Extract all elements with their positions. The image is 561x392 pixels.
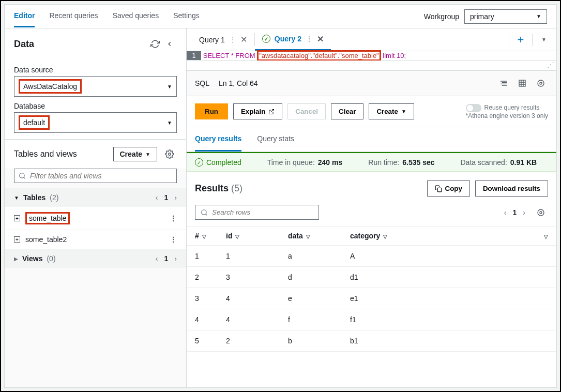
- check-icon: ✓: [262, 35, 270, 43]
- table-row[interactable]: 52bb1: [187, 330, 556, 352]
- kebab-icon[interactable]: ⋮: [170, 235, 177, 244]
- svg-point-3: [540, 82, 542, 84]
- search-icon: [19, 172, 26, 179]
- close-icon[interactable]: ✕: [240, 35, 247, 44]
- gear-icon[interactable]: [534, 76, 548, 91]
- run-button[interactable]: Run: [195, 103, 228, 119]
- svg-point-0: [169, 153, 171, 156]
- database-label: Database: [14, 102, 177, 110]
- query-tab-2[interactable]: ✓ Query 2 ⋮ ✕: [255, 28, 331, 51]
- create-button[interactable]: Create ▼: [113, 147, 158, 161]
- workgroup-label: Workgroup: [424, 12, 459, 21]
- top-nav: Editor Recent queries Saved queries Sett…: [5, 5, 556, 28]
- tab-query-results[interactable]: Query results: [195, 127, 241, 152]
- datasource-select[interactable]: AwsDataCatalog ▼: [14, 76, 177, 97]
- search-icon: [201, 209, 208, 216]
- table-name: some_table2: [25, 235, 164, 244]
- tab-query-stats[interactable]: Query stats: [257, 127, 294, 152]
- grid-icon[interactable]: [515, 76, 529, 91]
- prev-icon[interactable]: ‹: [156, 193, 158, 202]
- svg-rect-5: [437, 188, 442, 192]
- views-header[interactable]: ▶ Views (0) ‹ 1 ›: [5, 249, 186, 268]
- next-icon[interactable]: ›: [174, 254, 177, 263]
- query-tabs: Query 1 ⋮ ✕ ✓ Query 2 ⋮ ✕ + ▼: [187, 28, 556, 51]
- next-icon[interactable]: ›: [174, 193, 177, 202]
- filter-input[interactable]: [14, 169, 177, 183]
- collapse-icon[interactable]: [162, 37, 177, 51]
- results-title: Results: [195, 183, 229, 193]
- action-bar: Run Explain Cancel Clear Create▼ Reuse q…: [187, 96, 556, 127]
- gear-icon[interactable]: [534, 205, 548, 220]
- svg-point-8: [538, 209, 544, 216]
- expand-icon[interactable]: +: [14, 236, 20, 243]
- tables-views-title: Tables and views: [14, 149, 77, 159]
- tables-header[interactable]: ▼ Tables (2) ‹ 1 ›: [5, 188, 186, 207]
- table-row[interactable]: 34ee1: [187, 288, 556, 309]
- format-icon[interactable]: [496, 76, 511, 91]
- svg-point-6: [202, 209, 206, 214]
- database-select[interactable]: default ▼: [14, 112, 177, 133]
- table-row[interactable]: + some_table ⋮: [5, 207, 186, 230]
- tab-settings[interactable]: Settings: [173, 5, 200, 27]
- lang-label: SQL: [195, 79, 209, 87]
- table-row[interactable]: 44ff1: [187, 309, 556, 330]
- cursor-pos: Ln 1, Col 64: [219, 79, 258, 87]
- svg-point-7: [540, 212, 542, 214]
- datasource-label: Data source: [14, 66, 177, 74]
- results-table: #▽id▽data▽category▽▽ 11aA23dd134ee144ff1…: [187, 226, 556, 352]
- refresh-icon[interactable]: [148, 37, 162, 51]
- next-icon[interactable]: ›: [523, 208, 525, 217]
- chevron-down-icon: ▼: [167, 120, 172, 126]
- svg-point-4: [538, 80, 544, 86]
- column-header[interactable]: category▽: [342, 227, 491, 246]
- chevron-down-icon[interactable]: ▼: [537, 33, 551, 47]
- code-editor[interactable]: 1 SELECT * FROM "awsdatacatalog"."defaul…: [187, 51, 556, 61]
- chevron-right-icon: ▶: [14, 256, 18, 262]
- tab-editor[interactable]: Editor: [14, 5, 35, 27]
- create-query-button[interactable]: Create▼: [369, 103, 414, 119]
- data-sidebar: Data Data source AwsDataCatalog ▼ Databa…: [5, 28, 187, 387]
- chevron-down-icon: ▼: [167, 84, 172, 89]
- sidebar-title: Data: [14, 39, 34, 50]
- reuse-note: *Athena engine version 3 only: [466, 112, 548, 119]
- column-header[interactable]: data▽: [280, 227, 342, 246]
- database-value: default: [19, 115, 50, 130]
- copy-button[interactable]: Copy: [427, 180, 470, 197]
- line-number: 1: [187, 51, 201, 60]
- column-header[interactable]: #▽: [187, 227, 218, 246]
- chevron-down-icon: ▼: [145, 152, 150, 157]
- reuse-label: Reuse query results: [484, 104, 540, 111]
- datasource-value: AwsDataCatalog: [19, 79, 82, 94]
- workgroup-value: primary: [470, 12, 494, 21]
- prev-icon[interactable]: ‹: [504, 208, 507, 217]
- tab-recent-queries[interactable]: Recent queries: [49, 5, 98, 27]
- table-row[interactable]: + some_table2 ⋮: [5, 230, 186, 249]
- close-icon[interactable]: ✕: [317, 34, 324, 44]
- expand-icon[interactable]: +: [14, 215, 20, 221]
- workgroup-select[interactable]: primary ▼: [464, 9, 547, 24]
- resize-handle[interactable]: ⋰: [187, 61, 556, 71]
- table-row[interactable]: 11aA: [187, 246, 556, 267]
- cancel-button: Cancel: [287, 103, 326, 119]
- add-query-icon[interactable]: +: [513, 33, 528, 47]
- column-header[interactable]: ▽: [491, 227, 556, 246]
- reuse-toggle[interactable]: [466, 104, 481, 112]
- column-header[interactable]: id▽: [218, 227, 280, 246]
- copy-icon: [435, 185, 442, 192]
- gear-icon[interactable]: [162, 147, 177, 161]
- table-name: some_table: [25, 212, 70, 224]
- download-button[interactable]: Download results: [475, 180, 548, 197]
- query-tab-1[interactable]: Query 1 ⋮ ✕: [192, 28, 254, 51]
- external-link-icon: [268, 109, 275, 115]
- tab-saved-queries[interactable]: Saved queries: [113, 5, 159, 27]
- kebab-icon[interactable]: ⋮: [306, 35, 313, 43]
- chevron-down-icon: ▼: [14, 195, 19, 201]
- prev-icon[interactable]: ‹: [156, 254, 158, 263]
- clear-button[interactable]: Clear: [331, 103, 363, 119]
- table-row[interactable]: 23dd1: [187, 267, 556, 288]
- kebab-icon[interactable]: ⋮: [229, 36, 236, 44]
- search-rows-input[interactable]: [195, 205, 319, 220]
- kebab-icon[interactable]: ⋮: [170, 214, 177, 222]
- svg-point-1: [20, 173, 24, 178]
- explain-button[interactable]: Explain: [233, 103, 282, 119]
